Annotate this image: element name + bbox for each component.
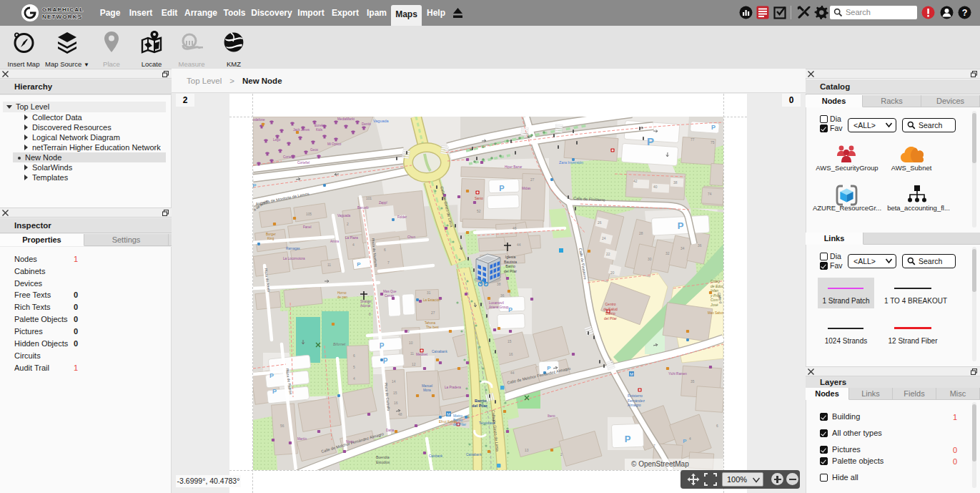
svg-text:12: 12	[412, 363, 416, 366]
svg-text:28: 28	[639, 232, 643, 235]
svg-text:P: P	[647, 135, 654, 147]
svg-text:74: 74	[708, 192, 712, 196]
svg-text:La Pradera: La Pradera	[445, 386, 461, 389]
svg-text:Caixabank: Caixabank	[432, 350, 447, 353]
svg-text:77: 77	[691, 138, 695, 142]
svg-text:Midas: Midas	[522, 187, 531, 190]
svg-text:King: King	[267, 237, 274, 240]
svg-text:del Pilar: del Pilar	[604, 316, 617, 321]
svg-text:30: 30	[648, 258, 652, 261]
svg-text:P: P	[380, 342, 385, 350]
svg-text:38: 38	[497, 283, 501, 286]
svg-text:Mora: Mora	[423, 389, 431, 392]
svg-text:M: M	[630, 372, 633, 376]
svg-text:Yichi Ramen: Yichi Ramen	[668, 372, 687, 376]
svg-text:27: 27	[431, 311, 435, 315]
svg-text:Fanel: Fanel	[303, 225, 312, 229]
svg-text:La Locomotora: La Locomotora	[283, 257, 305, 260]
svg-text:Cenas: Cenas	[385, 294, 395, 298]
svg-text:56: 56	[280, 424, 284, 428]
svg-text:Medivet: Medivet	[416, 353, 428, 356]
svg-text:Zara Inversión: Zara Inversión	[559, 160, 583, 165]
svg-text:Nieto: Nieto	[346, 440, 354, 444]
svg-text:Daria: Daria	[386, 429, 394, 432]
svg-text:Kids: Kids	[316, 128, 323, 132]
svg-text:Ibero: Ibero	[548, 414, 555, 418]
svg-text:Dentix: Dentix	[362, 122, 372, 126]
svg-text:Vaguada: Vaguada	[337, 214, 350, 218]
svg-text:P: P	[508, 306, 513, 313]
svg-text:Caixbank: Caixbank	[429, 454, 443, 458]
svg-text:GRAPHICAL: GRAPHICAL	[42, 6, 84, 13]
svg-text:Barrio: Barrio	[505, 264, 515, 268]
svg-text:31: 31	[427, 291, 431, 295]
svg-text:Folder: Folder	[397, 215, 407, 219]
svg-text:9: 9	[367, 301, 370, 305]
svg-text:Ariana Group: Ariana Group	[489, 306, 509, 309]
svg-text:Geox: Geox	[310, 148, 319, 152]
svg-text:6: 6	[384, 248, 386, 252]
svg-text:11: 11	[327, 263, 331, 267]
svg-text:P: P	[357, 261, 361, 268]
svg-text:11: 11	[410, 352, 414, 356]
svg-text:Cortefiel: Cortefiel	[297, 161, 310, 165]
svg-text:36: 36	[500, 294, 505, 298]
svg-text:6: 6	[716, 424, 718, 428]
svg-text:Efnut Kebab: Efnut Kebab	[439, 420, 457, 424]
svg-text:27: 27	[530, 178, 535, 182]
svg-text:odafone: odafone	[253, 118, 265, 122]
svg-text:P: P	[499, 184, 504, 192]
svg-text:44: 44	[517, 243, 521, 247]
svg-text:16: 16	[509, 353, 513, 356]
svg-text:Caixabank: Caixabank	[466, 453, 482, 457]
svg-text:M: M	[447, 412, 450, 416]
svg-text:P: P	[272, 388, 277, 395]
svg-text:75: 75	[711, 141, 715, 145]
svg-text:34: 34	[680, 247, 685, 250]
svg-text:y Prim: y Prim	[710, 293, 721, 298]
svg-text:Zapp!: Zapp!	[379, 201, 387, 205]
svg-text:Jack Jones: Jack Jones	[293, 128, 310, 132]
svg-text:del Pilar: del Pilar	[472, 404, 488, 408]
svg-text:Shalom: Shalom	[360, 300, 372, 303]
svg-text:José: José	[710, 303, 718, 307]
svg-text:14: 14	[392, 380, 396, 384]
svg-text:10: 10	[409, 341, 413, 345]
svg-text:La Plaza: La Plaza	[345, 236, 358, 240]
svg-text:2: 2	[560, 453, 563, 457]
svg-text:Barrio: Barrio	[605, 311, 615, 316]
svg-text:7: 7	[653, 444, 655, 448]
svg-text:de Educac: de Educac	[711, 284, 723, 288]
svg-text:35: 35	[691, 380, 695, 384]
svg-text:15: 15	[508, 340, 512, 343]
svg-text:Horno: Horno	[337, 291, 347, 295]
svg-text:P: P	[678, 220, 684, 231]
svg-text:Manuel: Manuel	[422, 384, 432, 388]
svg-text:P: P	[253, 182, 257, 189]
svg-text:de pan: de pan	[337, 296, 347, 299]
svg-text:40: 40	[653, 185, 658, 189]
svg-text:Eureka: Eureka	[315, 124, 325, 127]
svg-text:13: 13	[525, 449, 529, 452]
svg-text:Centro: Centro	[605, 302, 615, 306]
svg-text:101: 101	[366, 197, 372, 200]
svg-text:Iglesia: Iglesia	[505, 255, 516, 259]
svg-text:48: 48	[398, 413, 402, 416]
svg-text:Barceló: Barceló	[357, 206, 369, 210]
svg-text:5: 5	[353, 366, 355, 369]
svg-text:22: 22	[606, 253, 610, 256]
svg-text:Lego: Lego	[273, 138, 281, 142]
svg-text:46: 46	[513, 227, 517, 230]
svg-text:24: 24	[602, 237, 606, 240]
svg-text:?: ?	[962, 8, 968, 18]
svg-text:Vaguada: Vaguada	[373, 119, 390, 123]
svg-text:Finisterro: Finisterro	[628, 394, 643, 398]
svg-text:Tecnocasa: Tecnocasa	[479, 421, 495, 425]
svg-text:del Pilar: del Pilar	[504, 269, 517, 273]
svg-text:32: 32	[665, 252, 670, 255]
svg-text:La Estación: La Estación	[423, 298, 440, 302]
svg-text:9: 9	[407, 330, 410, 333]
svg-text:4: 4	[353, 377, 355, 381]
svg-text:Mas Que: Mas Que	[383, 290, 397, 293]
svg-text:2: 2	[347, 223, 349, 226]
